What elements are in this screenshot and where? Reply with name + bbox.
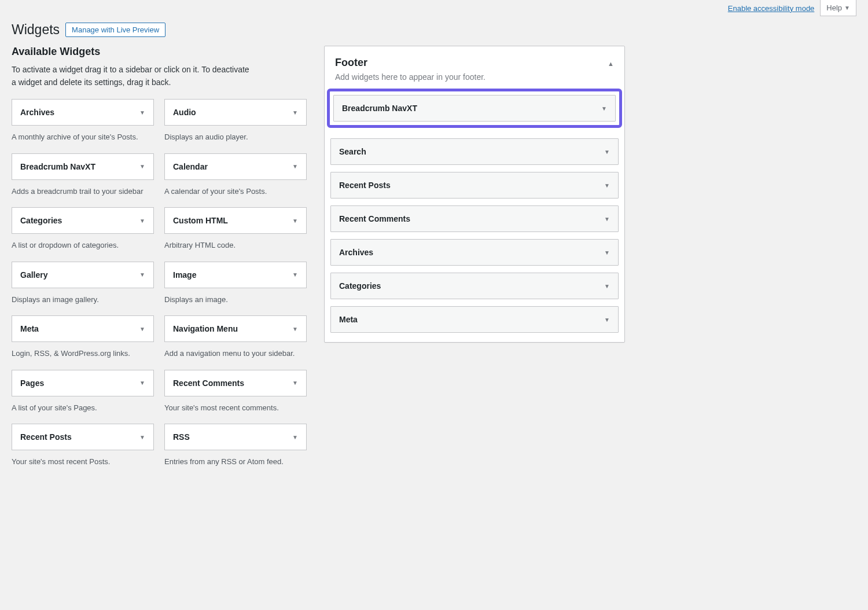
placed-widget-recent-posts[interactable]: Recent Posts▼ [330,172,619,199]
available-widget-header-categories[interactable]: Categories▼ [12,207,154,234]
available-widget-recent-posts: Recent Posts▼Your site's most recent Pos… [12,424,154,478]
available-widget-desc: Displays an image. [164,288,307,316]
available-widgets-description: To activate a widget drag it to a sideba… [12,64,255,89]
available-widget-title: Archives [20,108,54,117]
chevron-down-icon: ▼ [292,109,298,116]
available-widget-desc: Entries from any RSS or Atom feed. [164,450,307,478]
available-widget-header-navigation-menu[interactable]: Navigation Menu▼ [164,315,307,342]
highlight-box: Breadcrumb NavXT▼ [327,89,622,128]
chevron-up-icon[interactable]: ▲ [608,54,614,67]
widget-area-footer: Footer Add widgets here to appear in you… [324,46,625,343]
available-widgets-panel: Available Widgets To activate a widget d… [12,46,307,478]
placed-widget-breadcrumb-navxt[interactable]: Breadcrumb NavXT▼ [333,95,616,122]
available-widget-header-meta[interactable]: Meta▼ [12,315,154,342]
available-widget-desc: Your site's most recent Posts. [12,450,154,478]
available-widget-recent-comments: Recent Comments▼Your site's most recent … [164,370,307,424]
help-label: Help [826,3,842,12]
chevron-down-icon: ▼ [844,5,850,11]
chevron-down-icon: ▼ [139,434,145,440]
chevron-down-icon: ▼ [139,380,145,386]
widget-area-title: Footer [335,57,486,69]
chevron-down-icon: ▼ [604,249,610,256]
available-widget-header-custom-html[interactable]: Custom HTML▼ [164,207,307,234]
page-title: Widgets [12,22,60,38]
chevron-down-icon: ▼ [292,380,298,386]
placed-widget-categories[interactable]: Categories▼ [330,273,619,299]
available-widget-image: Image▼Displays an image. [164,262,307,316]
chevron-down-icon: ▼ [604,317,610,323]
available-widget-categories: Categories▼A list or dropdown of categor… [12,207,154,262]
available-widget-header-audio[interactable]: Audio▼ [164,99,307,126]
placed-widget-title: Search [339,147,366,156]
available-widgets-grid: Archives▼A monthly archive of your site'… [12,99,307,478]
help-tab[interactable]: Help ▼ [820,0,856,16]
available-widget-rss: RSS▼Entries from any RSS or Atom feed. [164,424,307,478]
placed-widget-title: Categories [339,281,381,291]
available-widget-desc: Displays an audio player. [164,126,307,153]
chevron-down-icon: ▼ [139,271,145,278]
chevron-down-icon: ▼ [292,218,298,224]
available-widget-header-breadcrumb-navxt[interactable]: Breadcrumb NavXT▼ [12,153,154,180]
chevron-down-icon: ▼ [604,149,610,155]
placed-widget-title: Meta [339,315,358,324]
available-widget-header-image[interactable]: Image▼ [164,262,307,288]
available-widget-breadcrumb-navxt: Breadcrumb NavXT▼Adds a breadcrumb trail… [12,153,154,208]
available-widget-title: Image [173,270,196,280]
available-widget-audio: Audio▼Displays an audio player. [164,99,307,153]
chevron-down-icon: ▼ [139,326,145,332]
widget-area-description: Add widgets here to appear in your foote… [335,72,486,82]
available-widget-desc: A monthly archive of your site's Posts. [12,126,154,153]
available-widget-desc: Adds a breadcrumb trail to your sidebar [12,180,154,208]
available-widget-header-rss[interactable]: RSS▼ [164,424,307,450]
placed-widget-recent-comments[interactable]: Recent Comments▼ [330,205,619,232]
available-widget-title: Recent Posts [20,432,72,442]
chevron-down-icon: ▼ [604,216,610,222]
placed-widget-list: Breadcrumb NavXT▼Search▼Recent Posts▼Rec… [330,92,619,333]
available-widget-navigation-menu: Navigation Menu▼Add a navigation menu to… [164,315,307,370]
placed-widget-meta[interactable]: Meta▼ [330,306,619,333]
placed-widget-archives[interactable]: Archives▼ [330,239,619,266]
available-widget-title: Breadcrumb NavXT [20,162,95,171]
chevron-down-icon: ▼ [292,271,298,278]
available-widget-title: Categories [20,216,62,225]
available-widget-desc: A list of your site's Pages. [12,396,154,424]
available-widget-title: Custom HTML [173,216,228,225]
available-widget-header-calendar[interactable]: Calendar▼ [164,153,307,180]
available-widget-meta: Meta▼Login, RSS, & WordPress.org links. [12,315,154,370]
available-widget-header-pages[interactable]: Pages▼ [12,370,154,396]
placed-widget-search[interactable]: Search▼ [330,138,619,165]
available-widget-header-archives[interactable]: Archives▼ [12,99,154,126]
chevron-down-icon: ▼ [139,218,145,224]
available-widget-header-recent-comments[interactable]: Recent Comments▼ [164,370,307,396]
placed-widget-title: Recent Comments [339,214,410,223]
available-widget-title: Calendar [173,162,208,171]
available-widget-desc: Your site's most recent comments. [164,396,307,424]
available-widget-title: Navigation Menu [173,324,238,333]
widget-areas-panel: Footer Add widgets here to appear in you… [324,46,625,343]
available-widget-header-gallery[interactable]: Gallery▼ [12,262,154,288]
available-widget-title: Gallery [20,270,47,280]
chevron-down-icon: ▼ [292,326,298,332]
page-header: Widgets Manage with Live Preview [12,22,856,38]
available-widget-header-recent-posts[interactable]: Recent Posts▼ [12,424,154,450]
available-widget-desc: Arbitrary HTML code. [164,234,307,262]
accessibility-mode-link[interactable]: Enable accessibility mode [728,4,815,13]
available-widget-desc: Displays an image gallery. [12,288,154,316]
available-widgets-heading: Available Widgets [12,46,307,58]
widget-area-header[interactable]: Footer Add widgets here to appear in you… [325,46,624,92]
available-widget-desc: Login, RSS, & WordPress.org links. [12,342,154,370]
manage-live-preview-button[interactable]: Manage with Live Preview [65,23,165,37]
chevron-down-icon: ▼ [139,109,145,116]
chevron-down-icon: ▼ [292,434,298,440]
available-widget-title: Audio [173,108,196,117]
chevron-down-icon: ▼ [139,163,145,170]
chevron-down-icon: ▼ [604,283,610,289]
placed-widget-title: Recent Posts [339,181,391,190]
available-widget-desc: A calendar of your site's Posts. [164,180,307,208]
available-widget-gallery: Gallery▼Displays an image gallery. [12,262,154,316]
available-widget-custom-html: Custom HTML▼Arbitrary HTML code. [164,207,307,262]
available-widget-title: RSS [173,432,190,442]
placed-widget-title: Breadcrumb NavXT [342,104,417,113]
placed-widget-title: Archives [339,248,373,257]
available-widget-title: Recent Comments [173,379,244,388]
